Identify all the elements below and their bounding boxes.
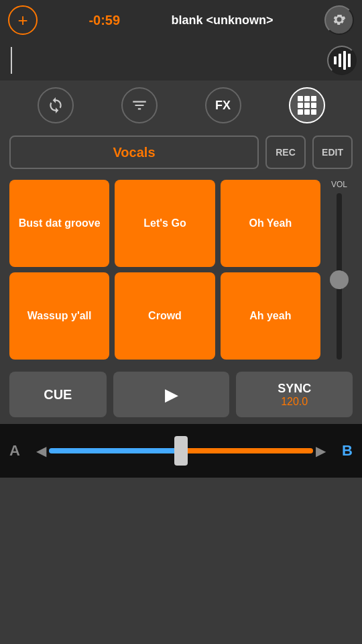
pads-grid: Bust dat groove Let's Go Oh Yeah Wassup … — [9, 180, 320, 360]
vol-label: VOL — [331, 180, 347, 189]
grid-icon — [298, 96, 316, 115]
pad-1[interactable]: Let's Go — [115, 180, 215, 267]
cf-thumb[interactable] — [174, 436, 188, 466]
eq-icon — [131, 97, 148, 114]
sync-bpm: 120.0 — [281, 396, 308, 408]
fx-button[interactable]: FX — [205, 87, 241, 123]
timer-display: -0:59 — [88, 13, 120, 28]
gear-icon — [331, 11, 347, 30]
cf-track-bar — [49, 448, 313, 453]
sync-button[interactable]: SYNC 120.0 — [236, 372, 353, 417]
crossfader-arrow-right[interactable]: ▶ — [313, 443, 328, 459]
pad-2[interactable]: Oh Yeah — [221, 180, 320, 267]
crossfader-arrow-left[interactable]: ◀ — [34, 443, 49, 459]
controls-row: FX — [0, 80, 362, 130]
crossfader-label-a: A — [9, 442, 34, 460]
cf-left-fill — [49, 448, 181, 453]
vol-slider-area: VOL — [326, 180, 353, 360]
pad-4[interactable]: Crowd — [115, 272, 215, 360]
vocals-button[interactable]: Vocals — [9, 136, 259, 169]
pad-3[interactable]: Wassup y'all — [9, 272, 109, 360]
add-button[interactable]: + — [8, 5, 38, 35]
grid-button[interactable] — [289, 87, 325, 123]
waveform-line — [11, 47, 12, 74]
vol-thumb[interactable] — [330, 270, 349, 289]
waveform-toggle-button[interactable] — [327, 46, 357, 75]
waveform-area — [0, 40, 362, 80]
vocals-row: Vocals REC EDIT — [0, 130, 362, 174]
play-icon: ▶ — [165, 384, 178, 405]
eq-button[interactable] — [121, 87, 158, 123]
pads-vol-area: Bust dat groove Let's Go Oh Yeah Wassup … — [0, 174, 362, 365]
transport-row: CUE ▶ SYNC 120.0 — [0, 365, 362, 424]
plus-icon: + — [17, 10, 27, 31]
sync-label: SYNC — [278, 382, 311, 396]
crossfader-area: A ◀ ▶ B — [0, 424, 362, 478]
loop-button[interactable] — [38, 87, 74, 123]
play-button[interactable]: ▶ — [113, 372, 230, 417]
top-bar: + -0:59 blank <unknown> — [0, 0, 362, 40]
crossfader-track[interactable] — [49, 444, 313, 458]
pad-5[interactable]: Ah yeah — [221, 272, 320, 360]
rec-button[interactable]: REC — [265, 136, 306, 169]
loop-icon — [47, 97, 64, 114]
pad-0[interactable]: Bust dat groove — [9, 180, 109, 267]
settings-button[interactable] — [324, 5, 354, 35]
track-title: blank <unknown> — [172, 13, 274, 28]
bars-icon — [334, 51, 351, 70]
edit-button[interactable]: EDIT — [312, 136, 353, 169]
fx-label: FX — [215, 99, 231, 113]
vol-track[interactable] — [337, 193, 342, 360]
cue-button[interactable]: CUE — [9, 372, 107, 417]
crossfader-label-b: B — [328, 442, 353, 460]
cf-right-fill — [181, 448, 313, 453]
